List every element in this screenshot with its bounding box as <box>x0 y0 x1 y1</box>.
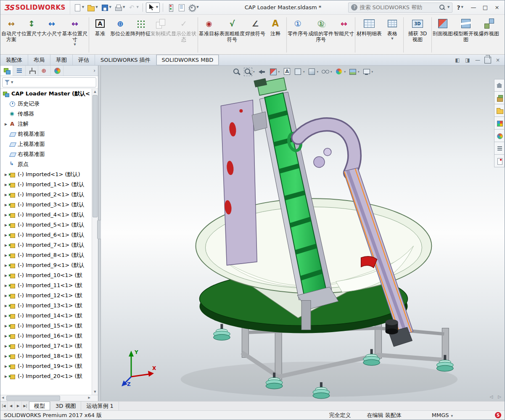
ribbon-tables-button[interactable]: 表格▼ <box>382 16 402 54</box>
zoom-area-button[interactable]: ▾ <box>244 68 255 76</box>
tree-item[interactable]: ▶(-) Imported_17<1> (默 <box>0 341 92 351</box>
zoom-fit-button[interactable] <box>233 68 241 76</box>
ribbon-copy-scheme-button[interactable]: 复制模式 <box>151 16 171 54</box>
dropdown-caret-icon[interactable]: ▾ <box>330 71 332 74</box>
search-input[interactable] <box>360 4 437 11</box>
help-button[interactable]: ? ▼ <box>455 4 465 11</box>
ribbon-weld-symbol-button[interactable]: 焊接符号 <box>245 16 265 54</box>
doc-minimize-button[interactable]: — <box>474 57 481 63</box>
ribbon-surface-finish-button[interactable]: 表面粗糙度符号 <box>219 16 245 54</box>
dropdown-caret-icon[interactable]: ▼ <box>391 37 393 40</box>
panel-expand-arrow[interactable]: › <box>91 66 98 76</box>
horizontal-scroll-thumb[interactable] <box>6 396 60 401</box>
command-tab[interactable]: SOLIDWORKS 插件 <box>95 55 156 65</box>
tree-item[interactable]: 传感器 <box>0 109 92 119</box>
ribbon-location-dimension-button[interactable]: 位置尺寸 <box>21 16 42 54</box>
ribbon-bill-of-materials-button[interactable]: 材料明细表 <box>356 16 382 54</box>
new-document-button[interactable]: ▼ <box>73 3 85 12</box>
tree-item[interactable]: ▶(-) Imported_15<1> (默 <box>0 321 92 331</box>
tree-item[interactable]: ▶(-) Imported_1<1> (默认 <box>0 180 92 190</box>
ribbon-exploded-view-button[interactable]: 爆炸视图 <box>479 16 499 54</box>
print-button[interactable]: ▼ <box>114 3 126 12</box>
panel-tab-configurationmanager[interactable] <box>26 66 38 76</box>
expand-caret-icon[interactable]: ▶ <box>3 334 9 338</box>
units-selector[interactable]: MMGS <box>432 412 453 418</box>
ribbon-section-view-button[interactable]: 剖面视图 <box>433 16 453 54</box>
expand-caret-icon[interactable]: ▶ <box>3 274 9 277</box>
appearances-scenes-button[interactable] <box>494 129 505 142</box>
ribbon-auto-balloon-button[interactable]: 成组的零件序号 <box>308 16 334 54</box>
tab-scroll-button-3[interactable]: ▶| <box>22 402 29 410</box>
view-orientation-button[interactable]: ▾ <box>294 68 305 76</box>
ribbon-datum-button[interactable]: 基准 <box>90 16 110 54</box>
undo-button[interactable]: ▼ <box>127 3 139 12</box>
dropdown-caret-icon[interactable]: ▾ <box>317 71 318 74</box>
view-settings-button[interactable]: ▾ <box>362 68 373 76</box>
dropdown-caret-icon[interactable]: ▾ <box>358 71 360 74</box>
expand-caret-icon[interactable]: ▶ <box>3 223 9 227</box>
close-button[interactable]: × <box>491 2 503 13</box>
view-palette-button[interactable] <box>494 117 505 129</box>
panel-tab-dimxpertmanager[interactable] <box>38 66 51 76</box>
options-button[interactable]: ▼ <box>187 3 199 12</box>
dropdown-caret-icon[interactable]: ▾ <box>303 71 305 74</box>
ribbon-basic-location-dimension-button[interactable]: 基本位置尺寸▼ <box>62 16 88 54</box>
apply-scene-button[interactable]: ▾ <box>349 68 360 76</box>
command-tab[interactable]: 草图 <box>50 55 73 65</box>
tree-item[interactable]: ▶(-) Imported_3<1> (默认 <box>0 200 92 210</box>
viewport-scroll-arrow-1[interactable]: ▷ <box>498 394 501 399</box>
ribbon-pattern-feature-button[interactable]: 阵列特征 <box>130 16 151 54</box>
command-tab[interactable]: 布局 <box>28 55 50 65</box>
minimize-button[interactable]: — <box>468 2 479 13</box>
expand-caret-icon[interactable]: ▶ <box>3 254 9 257</box>
tree-item[interactable]: ▶(-) Imported_5<1> (默认 <box>0 220 92 230</box>
expand-caret-icon[interactable]: ▶ <box>3 324 9 328</box>
expand-caret-icon[interactable]: ▶ <box>3 354 9 358</box>
scroll-down-icon[interactable]: ▼ <box>92 390 98 394</box>
expand-caret-icon[interactable]: ▶ <box>3 375 9 378</box>
ribbon-datum-target-button[interactable]: 基准目标 <box>199 16 219 54</box>
tree-item[interactable]: ▶(-) Imported_9<1> (默认 <box>0 260 92 270</box>
tree-item[interactable]: ▶(-) Imported_7<1> (默认 <box>0 240 92 250</box>
tab-scroll-button-2[interactable]: ▶ <box>15 402 22 410</box>
dropdown-caret-icon[interactable]: ▾ <box>278 71 280 74</box>
bottom-tab[interactable]: 3D 视图 <box>50 402 81 410</box>
tree-filter[interactable]: ▼ <box>2 77 96 87</box>
viewport[interactable]: ▾▾▾▾▾▾▾▾ Y X Z ◁▷ <box>101 66 505 401</box>
tree-item[interactable]: ▶(-) Imported_16<1> (默 <box>0 331 92 341</box>
search-icon[interactable] <box>439 4 445 11</box>
bottom-tab[interactable]: 模型 <box>29 402 50 410</box>
viewport-scroll-arrow-0[interactable]: ◁ <box>490 394 493 399</box>
section-view-button[interactable]: ▾ <box>269 68 280 76</box>
tree-item[interactable]: 历史记录 <box>0 99 92 109</box>
expand-caret-icon[interactable]: ▶ <box>3 233 9 237</box>
previous-view-button[interactable] <box>257 68 266 76</box>
search-dropdown-caret[interactable]: ▼ <box>447 6 449 9</box>
maximize-button[interactable]: □ <box>479 2 491 13</box>
expand-caret-icon[interactable]: ▶ <box>3 173 9 177</box>
ribbon-capture-3d-view-button[interactable]: 捕获 3D 视图 <box>405 16 431 54</box>
display-style-button[interactable]: ▾ <box>307 68 318 76</box>
dropdown-caret-icon[interactable]: ▼ <box>74 43 76 46</box>
tree-item[interactable]: 右视基准面 <box>0 149 92 159</box>
expand-caret-icon[interactable]: ▶ <box>3 243 9 247</box>
select-button[interactable]: ▼ <box>146 3 160 13</box>
command-tab[interactable]: 装配体 <box>0 55 28 65</box>
panel-tab-featuremanager[interactable] <box>0 66 13 76</box>
panel-tab-displaymanager[interactable] <box>51 66 63 76</box>
tab-scroll-button-1[interactable]: ◀ <box>8 402 15 410</box>
ribbon-tolerance-status-button[interactable]: 显示公差状态 <box>171 16 197 54</box>
tree-item[interactable]: ▶(-) Imported<1> (默认) <box>0 169 92 180</box>
tree-vertical-scrollbar[interactable]: ▲ ▼ <box>92 89 98 395</box>
expand-caret-icon[interactable]: ▶ <box>3 314 9 318</box>
tree-item[interactable]: ▶(-) Imported_20<1> (默 <box>0 371 92 381</box>
doc-restore-button[interactable] <box>484 57 491 63</box>
tree-item[interactable]: ▶(-) Imported_14<1> (默 <box>0 311 92 321</box>
expand-caret-icon[interactable]: ▶ <box>3 365 9 368</box>
tree-item[interactable]: ▶(-) Imported_19<1> (默 <box>0 361 92 371</box>
tree-item[interactable]: 原点 <box>0 159 92 169</box>
tree-item[interactable]: ▶(-) Imported_18<1> (默 <box>0 351 92 361</box>
vertical-scroll-thumb[interactable] <box>93 95 98 217</box>
home-button[interactable] <box>494 79 505 92</box>
tree-item[interactable]: 上视基准面 <box>0 139 92 149</box>
